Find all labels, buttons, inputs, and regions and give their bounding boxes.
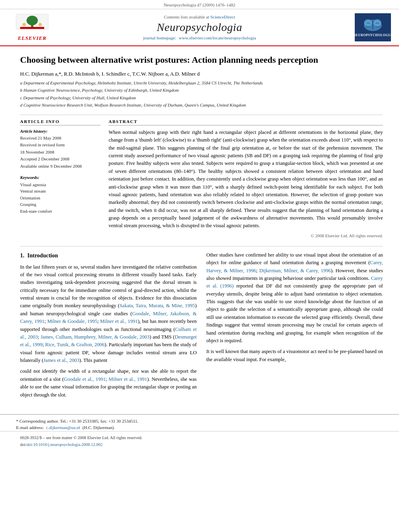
section-title-text: Introduction bbox=[27, 253, 58, 259]
divider-1 bbox=[20, 115, 383, 115]
body-column-2: Other studies have confirmed her ability… bbox=[206, 251, 383, 402]
available-date: Available online 9 December 2008 bbox=[20, 163, 101, 169]
email-label: E-mail address: bbox=[16, 425, 44, 430]
journal-name: Neuropsychologia bbox=[56, 21, 343, 34]
article-info-header: ARTICLE INFO bbox=[20, 119, 101, 125]
body-two-column: 1. Introduction In the last fifteen year… bbox=[20, 251, 383, 402]
section-1-title: 1. Introduction bbox=[20, 251, 197, 260]
received-revised-date: 18 November 2008 bbox=[20, 149, 101, 155]
abstract-header: ABSTRACT bbox=[109, 119, 383, 125]
body-para-3: Other studies have confirmed her ability… bbox=[206, 251, 383, 345]
body-column-1: 1. Introduction In the last fifteen year… bbox=[20, 251, 197, 402]
homepage-url[interactable]: www.elsevier.com/locate/neuropsychologia bbox=[179, 35, 256, 40]
article-title: Choosing between alternative wrist postu… bbox=[20, 54, 383, 66]
footnotes-section: * Corresponding author. Tel.: +31 30 253… bbox=[0, 414, 399, 431]
doi-section: 0028-3932/$ – see front matter © 2008 El… bbox=[0, 431, 399, 452]
elsevier-logo: ELSEVIER bbox=[8, 13, 56, 41]
ref-milner1991b[interactable]: Milner et al., 1991 bbox=[109, 376, 147, 382]
abstract-column: ABSTRACT When normal subjects grasp with… bbox=[109, 119, 383, 238]
neuro-logo-text: NEUROPSYCHOLOGIA bbox=[354, 33, 393, 37]
received-revised-label: Received in revised form bbox=[20, 142, 101, 148]
body-para-1: In the last fifteen years or so, several… bbox=[20, 263, 197, 365]
ref-sakata[interactable]: Sakata, Taira, Murata, & Mine, 1995 bbox=[119, 303, 195, 308]
ref-goodale1991b[interactable]: Goodale et al., 1991 bbox=[64, 376, 106, 382]
elsevier-wordmark: ELSEVIER bbox=[18, 35, 47, 41]
sciencedirect-link[interactable]: ScienceDirect bbox=[210, 14, 235, 19]
corresponding-author-note: * Corresponding author. Tel.: +31 30 253… bbox=[16, 418, 383, 425]
article-info-column: ARTICLE INFO Article history: Received 2… bbox=[20, 119, 101, 238]
body-para-2: could not identify the width of a rectan… bbox=[20, 368, 197, 399]
svg-rect-3 bbox=[20, 27, 44, 29]
keyword-5: End-state comfort bbox=[20, 208, 101, 215]
accepted-date: Accepted 2 December 2008 bbox=[20, 156, 101, 162]
journal-header: ELSEVIER Contents lists available at Sci… bbox=[0, 9, 399, 46]
copyright-line: © 2008 Elsevier Ltd. All rights reserved… bbox=[109, 233, 383, 238]
section-number: 1. bbox=[20, 253, 25, 259]
authors-text: H.C. Dijkerman a,*, R.D. McIntosh b, I. … bbox=[20, 71, 200, 77]
doi-line: doi:doi:10.1016/j.neuropsychologia.2008.… bbox=[20, 442, 383, 448]
abstract-text: When normal subjects grasp with their ri… bbox=[109, 129, 383, 230]
keyword-1: Visual agnosia bbox=[20, 181, 101, 188]
affiliation-c: c Department of Psychology, University o… bbox=[20, 94, 383, 102]
citation-text: Neuropsychologia 47 (2009) 1476–1482 bbox=[164, 2, 236, 7]
svg-point-5 bbox=[39, 23, 42, 26]
elsevier-logo-svg bbox=[14, 13, 50, 34]
email-owner: (H.C. Dijkerman). bbox=[82, 425, 115, 430]
article-info-abstract-section: ARTICLE INFO Article history: Received 2… bbox=[20, 119, 383, 238]
affiliation-d: d Cognitive Neuroscience Research Unit, … bbox=[20, 102, 383, 109]
svg-point-2 bbox=[27, 16, 38, 25]
email-note: E-mail address: c.dijkerman@uu.nl (H.C. … bbox=[16, 424, 383, 431]
journal-title-area: Contents lists available at ScienceDirec… bbox=[56, 14, 343, 40]
journal-citation: Neuropsychologia 47 (2009) 1476–1482 bbox=[0, 0, 399, 9]
ref-milner1995[interactable]: Milner & Goodale, 1995 bbox=[47, 318, 97, 324]
ref-james2003[interactable]: James, Culham, Humphrey, Milner, & Gooda… bbox=[41, 334, 150, 340]
elsevier-logo-area: ELSEVIER bbox=[8, 13, 56, 41]
ref-carey1996b[interactable]: Carey et al. (1996) bbox=[206, 275, 383, 289]
abstract-paragraph: When normal subjects grasp with their ri… bbox=[109, 129, 383, 230]
brain-icon bbox=[362, 17, 384, 33]
keyword-3: Orientation bbox=[20, 195, 101, 201]
article-header-section: Choosing between alternative wrist postu… bbox=[0, 46, 399, 246]
license-text: 0028-3932/$ – see front matter © 2008 El… bbox=[20, 435, 383, 442]
neuropsychologia-logo-area: NEUROPSYCHOLOGIA bbox=[343, 13, 391, 41]
ref-rice2006[interactable]: Rice, Tunik, & Grafton, 2006 bbox=[45, 342, 105, 347]
keyword-2: Ventral stream bbox=[20, 188, 101, 195]
neuropsychologia-logo: NEUROPSYCHOLOGIA bbox=[355, 13, 391, 41]
keywords-label: Keywords: bbox=[20, 175, 101, 180]
keywords-section: Keywords: Visual agnosia Ventral stream … bbox=[20, 175, 101, 215]
journal-homepage-line: journal homepage: www.elsevier.com/locat… bbox=[56, 35, 343, 40]
corresponding-author-text: * Corresponding author. Tel.: +31 30 253… bbox=[16, 419, 138, 423]
affiliations-block: a Department of Experimental Psychology,… bbox=[20, 80, 383, 109]
ref-james2003b[interactable]: James et al., 2003 bbox=[43, 357, 79, 363]
ref-milner1991[interactable]: Milner et al., 1991 bbox=[100, 318, 138, 324]
keyword-4: Grasping bbox=[20, 201, 101, 208]
email-address[interactable]: c.dijkerman@uu.nl bbox=[46, 425, 80, 430]
svg-point-4 bbox=[23, 23, 26, 26]
ref-dijkerman1996[interactable]: Dijkerman, Milner, & Carey, 1996 bbox=[259, 268, 331, 273]
doi-link[interactable]: doi:10.1016/j.neuropsychologia.2008.12.0… bbox=[27, 442, 103, 447]
divider-2 bbox=[20, 246, 383, 246]
body-para-4: It is well known that many aspects of a … bbox=[206, 348, 383, 364]
contents-available: Contents lists available at ScienceDirec… bbox=[56, 14, 343, 19]
authors-line: H.C. Dijkerman a,*, R.D. McIntosh b, I. … bbox=[20, 71, 383, 77]
affiliation-a: a Department of Experimental Psychology,… bbox=[20, 80, 383, 87]
page: Neuropsychologia 47 (2009) 1476–1482 bbox=[0, 0, 399, 532]
article-history-label: Article history: bbox=[20, 129, 101, 134]
article-body: 1. Introduction In the last fifteen year… bbox=[0, 251, 399, 410]
received-date: Received 21 May 2008 bbox=[20, 135, 101, 141]
affiliation-b: b Human Cognitive Neuroscience, Psycholo… bbox=[20, 87, 383, 94]
